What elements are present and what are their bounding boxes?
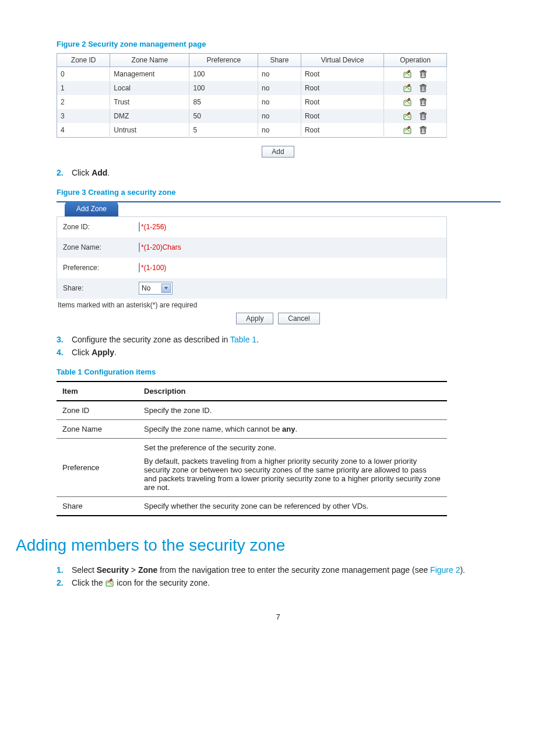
col-description: Description <box>138 382 447 401</box>
apply-button[interactable]: Apply <box>236 313 273 324</box>
edit-icon <box>105 578 114 589</box>
text: > <box>129 565 138 575</box>
cell-item: Zone ID <box>57 401 138 420</box>
zone-management-table: Zone ID Zone Name Preference Share Virtu… <box>57 53 447 138</box>
table-row: 1 Local 100 no Root <box>57 81 447 95</box>
cell-desc: Specify whether the security zone can be… <box>138 497 447 516</box>
share-select[interactable]: No <box>139 282 173 295</box>
zone-id-input[interactable] <box>139 222 140 232</box>
cell-pref: 100 <box>189 67 258 82</box>
trash-icon[interactable] <box>416 83 430 92</box>
edit-icon[interactable] <box>400 111 414 120</box>
cell-item: Share <box>57 497 138 516</box>
text: Click <box>72 168 92 177</box>
text: Specify the zone name, which cannot be <box>144 425 282 433</box>
table-row: 3 DMZ 50 no Root <box>57 109 447 123</box>
col-operation: Operation <box>384 54 447 67</box>
text: . <box>107 168 110 177</box>
cell-desc: Specify the zone ID. <box>138 401 447 420</box>
trash-icon[interactable] <box>416 69 430 78</box>
section-heading: Adding members to the security zone <box>16 536 501 555</box>
text-bold: Security <box>97 565 129 575</box>
col-zone-id: Zone ID <box>57 54 110 67</box>
figure-2-link[interactable]: Figure 2 <box>430 565 460 575</box>
cell-desc: Specify the zone name, which cannot be a… <box>138 420 447 439</box>
cell-item: Preference <box>57 439 138 497</box>
step-1b: 1. Select Security > Zone from the navig… <box>57 565 501 575</box>
label-share: Share: <box>57 284 139 292</box>
zone-name-link[interactable]: Untrust <box>110 123 189 138</box>
cell-pref: 50 <box>189 109 258 123</box>
cell-id: 3 <box>57 109 110 123</box>
cell-item: Zone Name <box>57 420 138 439</box>
cell-desc: Set the preference of the security zone.… <box>138 439 447 497</box>
trash-icon[interactable] <box>416 111 430 120</box>
step-3: 3. Configure the security zone as descri… <box>57 335 501 344</box>
edit-icon[interactable] <box>400 83 414 92</box>
figure-2-caption: Figure 2 Security zone management page <box>57 40 501 48</box>
table-row: 0 Management 100 no Root <box>57 67 447 82</box>
cell-share: no <box>258 81 301 95</box>
figure-3-caption: Figure 3 Creating a security zone <box>57 188 501 197</box>
text-bold: Zone <box>138 565 157 575</box>
text: Configure the security zone as described… <box>72 335 230 344</box>
configuration-items-table: Item Description Zone ID Specify the zon… <box>57 381 447 516</box>
cell-pref: 85 <box>189 95 258 109</box>
edit-icon[interactable] <box>400 97 414 106</box>
text-bold: Apply <box>92 348 114 357</box>
cell-pref: 5 <box>189 123 258 138</box>
preference-input[interactable] <box>139 263 140 272</box>
share-value: No <box>142 284 150 292</box>
hint-preference: *(1-100) <box>141 264 166 272</box>
zone-name-link[interactable]: Trust <box>110 95 189 109</box>
col-preference: Preference <box>189 54 258 67</box>
table-row: 4 Untrust 5 no Root <box>57 123 447 138</box>
text: Set the preference of the security zone. <box>144 443 441 452</box>
text: . <box>295 425 297 433</box>
page-number: 7 <box>55 612 501 621</box>
cell-id: 1 <box>57 81 110 95</box>
table-1-caption: Table 1 Configuration items <box>57 368 501 376</box>
cell-share: no <box>258 109 301 123</box>
cell-pref: 100 <box>189 81 258 95</box>
add-zone-form: Zone ID: *(1-256) Zone Name: *(1-20)Char… <box>57 216 447 299</box>
label-zone-id: Zone ID: <box>57 223 139 231</box>
text: . <box>256 335 259 344</box>
cell-share: no <box>258 95 301 109</box>
cancel-button[interactable]: Cancel <box>278 313 319 324</box>
tab-add-zone[interactable]: Add Zone <box>65 202 118 216</box>
text: icon for the security zone. <box>117 578 210 587</box>
step-2b: 2. Click the icon for the security zone. <box>57 578 501 589</box>
text: Select <box>72 565 97 575</box>
cell-share: no <box>258 123 301 138</box>
edit-icon[interactable] <box>400 125 414 134</box>
col-item: Item <box>57 382 138 401</box>
text: Click <box>72 348 92 357</box>
zone-name-link[interactable]: Management <box>110 67 189 82</box>
cell-vd: Root <box>301 81 383 95</box>
cell-vd: Root <box>301 67 383 82</box>
zone-name-link[interactable]: Local <box>110 81 189 95</box>
text-bold: any <box>282 425 295 433</box>
add-button[interactable]: Add <box>262 146 294 158</box>
zone-name-link[interactable]: DMZ <box>110 109 189 123</box>
col-virtual-device: Virtual Device <box>301 54 383 67</box>
col-share: Share <box>258 54 301 67</box>
tab-strip: Add Zone <box>57 201 501 216</box>
trash-icon[interactable] <box>416 125 430 134</box>
col-zone-name: Zone Name <box>110 54 189 67</box>
text: . <box>114 348 117 357</box>
cell-vd: Root <box>301 123 383 138</box>
table-1-link[interactable]: Table 1 <box>230 335 256 344</box>
cell-id: 4 <box>57 123 110 138</box>
trash-icon[interactable] <box>416 97 430 106</box>
label-zone-name: Zone Name: <box>57 243 139 251</box>
text: Click the <box>72 578 105 587</box>
table-row: 2 Trust 85 no Root <box>57 95 447 109</box>
cell-vd: Root <box>301 109 383 123</box>
hint-zone-id: *(1-256) <box>141 223 166 231</box>
edit-icon[interactable] <box>400 69 414 78</box>
cell-id: 2 <box>57 95 110 109</box>
text-bold: Add <box>92 168 107 177</box>
zone-name-input[interactable] <box>139 243 140 252</box>
